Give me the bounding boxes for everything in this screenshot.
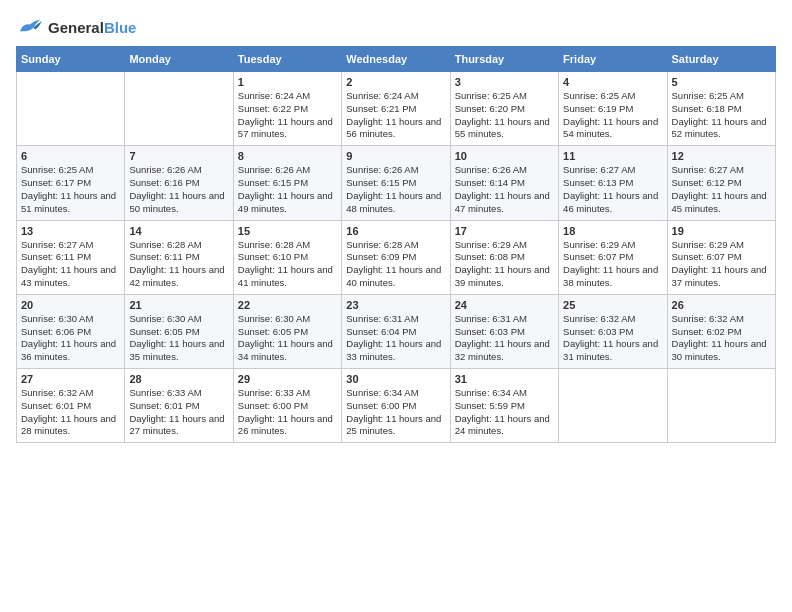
day-number: 12 (672, 150, 771, 162)
day-number: 24 (455, 299, 554, 311)
day-info: Sunrise: 6:32 AM Sunset: 6:01 PM Dayligh… (21, 387, 120, 438)
day-info: Sunrise: 6:29 AM Sunset: 6:07 PM Dayligh… (563, 239, 662, 290)
day-cell-13: 13Sunrise: 6:27 AM Sunset: 6:11 PM Dayli… (17, 220, 125, 294)
day-info: Sunrise: 6:33 AM Sunset: 6:01 PM Dayligh… (129, 387, 228, 438)
day-info: Sunrise: 6:30 AM Sunset: 6:05 PM Dayligh… (238, 313, 337, 364)
day-cell-11: 11Sunrise: 6:27 AM Sunset: 6:13 PM Dayli… (559, 146, 667, 220)
calendar-table: SundayMondayTuesdayWednesdayThursdayFrid… (16, 46, 776, 443)
day-cell-18: 18Sunrise: 6:29 AM Sunset: 6:07 PM Dayli… (559, 220, 667, 294)
day-number: 21 (129, 299, 228, 311)
day-info: Sunrise: 6:26 AM Sunset: 6:15 PM Dayligh… (346, 164, 445, 215)
day-cell-20: 20Sunrise: 6:30 AM Sunset: 6:06 PM Dayli… (17, 294, 125, 368)
day-cell-15: 15Sunrise: 6:28 AM Sunset: 6:10 PM Dayli… (233, 220, 341, 294)
day-cell-4: 4Sunrise: 6:25 AM Sunset: 6:19 PM Daylig… (559, 72, 667, 146)
logo: GeneralBlue (16, 16, 136, 38)
day-cell-14: 14Sunrise: 6:28 AM Sunset: 6:11 PM Dayli… (125, 220, 233, 294)
day-cell-31: 31Sunrise: 6:34 AM Sunset: 5:59 PM Dayli… (450, 369, 558, 443)
day-info: Sunrise: 6:25 AM Sunset: 6:17 PM Dayligh… (21, 164, 120, 215)
day-cell-30: 30Sunrise: 6:34 AM Sunset: 6:00 PM Dayli… (342, 369, 450, 443)
week-row-5: 27Sunrise: 6:32 AM Sunset: 6:01 PM Dayli… (17, 369, 776, 443)
day-info: Sunrise: 6:32 AM Sunset: 6:03 PM Dayligh… (563, 313, 662, 364)
day-number: 16 (346, 225, 445, 237)
day-info: Sunrise: 6:25 AM Sunset: 6:20 PM Dayligh… (455, 90, 554, 141)
empty-cell (125, 72, 233, 146)
day-info: Sunrise: 6:26 AM Sunset: 6:16 PM Dayligh… (129, 164, 228, 215)
day-number: 27 (21, 373, 120, 385)
empty-cell (559, 369, 667, 443)
day-number: 9 (346, 150, 445, 162)
day-cell-19: 19Sunrise: 6:29 AM Sunset: 6:07 PM Dayli… (667, 220, 775, 294)
day-cell-3: 3Sunrise: 6:25 AM Sunset: 6:20 PM Daylig… (450, 72, 558, 146)
logo-text: GeneralBlue (48, 19, 136, 36)
day-number: 20 (21, 299, 120, 311)
day-cell-5: 5Sunrise: 6:25 AM Sunset: 6:18 PM Daylig… (667, 72, 775, 146)
day-cell-21: 21Sunrise: 6:30 AM Sunset: 6:05 PM Dayli… (125, 294, 233, 368)
day-info: Sunrise: 6:27 AM Sunset: 6:13 PM Dayligh… (563, 164, 662, 215)
day-info: Sunrise: 6:31 AM Sunset: 6:04 PM Dayligh… (346, 313, 445, 364)
day-number: 25 (563, 299, 662, 311)
day-cell-25: 25Sunrise: 6:32 AM Sunset: 6:03 PM Dayli… (559, 294, 667, 368)
day-cell-27: 27Sunrise: 6:32 AM Sunset: 6:01 PM Dayli… (17, 369, 125, 443)
day-info: Sunrise: 6:24 AM Sunset: 6:22 PM Dayligh… (238, 90, 337, 141)
day-cell-6: 6Sunrise: 6:25 AM Sunset: 6:17 PM Daylig… (17, 146, 125, 220)
week-row-3: 13Sunrise: 6:27 AM Sunset: 6:11 PM Dayli… (17, 220, 776, 294)
day-number: 26 (672, 299, 771, 311)
header: GeneralBlue (16, 16, 776, 38)
page-container: GeneralBlue SundayMondayTuesdayWednesday… (16, 16, 776, 443)
day-info: Sunrise: 6:24 AM Sunset: 6:21 PM Dayligh… (346, 90, 445, 141)
day-number: 23 (346, 299, 445, 311)
day-cell-17: 17Sunrise: 6:29 AM Sunset: 6:08 PM Dayli… (450, 220, 558, 294)
day-cell-26: 26Sunrise: 6:32 AM Sunset: 6:02 PM Dayli… (667, 294, 775, 368)
day-info: Sunrise: 6:25 AM Sunset: 6:19 PM Dayligh… (563, 90, 662, 141)
week-row-1: 1Sunrise: 6:24 AM Sunset: 6:22 PM Daylig… (17, 72, 776, 146)
day-cell-10: 10Sunrise: 6:26 AM Sunset: 6:14 PM Dayli… (450, 146, 558, 220)
day-info: Sunrise: 6:28 AM Sunset: 6:09 PM Dayligh… (346, 239, 445, 290)
day-number: 1 (238, 76, 337, 88)
day-info: Sunrise: 6:31 AM Sunset: 6:03 PM Dayligh… (455, 313, 554, 364)
day-info: Sunrise: 6:32 AM Sunset: 6:02 PM Dayligh… (672, 313, 771, 364)
weekday-header-saturday: Saturday (667, 47, 775, 72)
day-info: Sunrise: 6:25 AM Sunset: 6:18 PM Dayligh… (672, 90, 771, 141)
day-cell-7: 7Sunrise: 6:26 AM Sunset: 6:16 PM Daylig… (125, 146, 233, 220)
day-info: Sunrise: 6:28 AM Sunset: 6:11 PM Dayligh… (129, 239, 228, 290)
day-cell-22: 22Sunrise: 6:30 AM Sunset: 6:05 PM Dayli… (233, 294, 341, 368)
empty-cell (667, 369, 775, 443)
day-number: 4 (563, 76, 662, 88)
day-number: 6 (21, 150, 120, 162)
day-info: Sunrise: 6:26 AM Sunset: 6:15 PM Dayligh… (238, 164, 337, 215)
logo-bird-icon (16, 16, 44, 38)
day-number: 19 (672, 225, 771, 237)
day-number: 13 (21, 225, 120, 237)
day-number: 11 (563, 150, 662, 162)
day-info: Sunrise: 6:28 AM Sunset: 6:10 PM Dayligh… (238, 239, 337, 290)
day-info: Sunrise: 6:27 AM Sunset: 6:11 PM Dayligh… (21, 239, 120, 290)
day-number: 15 (238, 225, 337, 237)
day-info: Sunrise: 6:27 AM Sunset: 6:12 PM Dayligh… (672, 164, 771, 215)
day-cell-24: 24Sunrise: 6:31 AM Sunset: 6:03 PM Dayli… (450, 294, 558, 368)
day-cell-2: 2Sunrise: 6:24 AM Sunset: 6:21 PM Daylig… (342, 72, 450, 146)
day-number: 22 (238, 299, 337, 311)
day-number: 14 (129, 225, 228, 237)
empty-cell (17, 72, 125, 146)
day-info: Sunrise: 6:29 AM Sunset: 6:08 PM Dayligh… (455, 239, 554, 290)
day-cell-28: 28Sunrise: 6:33 AM Sunset: 6:01 PM Dayli… (125, 369, 233, 443)
weekday-header-wednesday: Wednesday (342, 47, 450, 72)
day-number: 29 (238, 373, 337, 385)
day-cell-29: 29Sunrise: 6:33 AM Sunset: 6:00 PM Dayli… (233, 369, 341, 443)
day-info: Sunrise: 6:34 AM Sunset: 5:59 PM Dayligh… (455, 387, 554, 438)
week-row-4: 20Sunrise: 6:30 AM Sunset: 6:06 PM Dayli… (17, 294, 776, 368)
weekday-header-sunday: Sunday (17, 47, 125, 72)
weekday-header-friday: Friday (559, 47, 667, 72)
weekday-header-row: SundayMondayTuesdayWednesdayThursdayFrid… (17, 47, 776, 72)
day-number: 17 (455, 225, 554, 237)
day-number: 31 (455, 373, 554, 385)
day-number: 10 (455, 150, 554, 162)
day-number: 28 (129, 373, 228, 385)
weekday-header-thursday: Thursday (450, 47, 558, 72)
day-cell-1: 1Sunrise: 6:24 AM Sunset: 6:22 PM Daylig… (233, 72, 341, 146)
day-number: 2 (346, 76, 445, 88)
day-cell-16: 16Sunrise: 6:28 AM Sunset: 6:09 PM Dayli… (342, 220, 450, 294)
day-cell-8: 8Sunrise: 6:26 AM Sunset: 6:15 PM Daylig… (233, 146, 341, 220)
week-row-2: 6Sunrise: 6:25 AM Sunset: 6:17 PM Daylig… (17, 146, 776, 220)
day-cell-12: 12Sunrise: 6:27 AM Sunset: 6:12 PM Dayli… (667, 146, 775, 220)
